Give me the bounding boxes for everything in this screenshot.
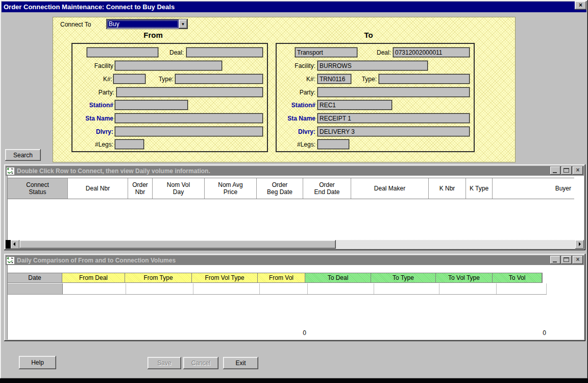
to-sta-name-field[interactable]: RECEIPT 1 (317, 113, 470, 123)
to-deal-field[interactable]: 07312002000011 (393, 47, 470, 57)
column-header-to-type: To Type (371, 273, 436, 282)
screen: Order Connection Maintenance: Connect to… (0, 0, 588, 383)
column-header-from-vol: From Vol (257, 273, 305, 282)
save-button: Save (148, 357, 181, 369)
orders-window: Double Click Row to Connect, then view D… (4, 164, 585, 250)
from-sta-name-field[interactable] (115, 113, 263, 123)
screen-bottom-edge (0, 379, 588, 383)
connect-to-label: Connect To (60, 20, 104, 29)
scroll-right-icon (579, 242, 581, 246)
from-party-field[interactable] (116, 87, 263, 97)
to-party-field[interactable] (317, 87, 470, 97)
chevron-down-icon: ▼ (181, 22, 185, 27)
close-icon: × (573, 256, 583, 264)
row-cell-to-vol-type (439, 283, 497, 294)
to-type-field[interactable]: Transport (295, 47, 357, 57)
from-deal-field[interactable] (186, 47, 263, 57)
from-k-label: K#: (96, 75, 112, 83)
dropdown-arrow-button[interactable]: ▼ (179, 19, 187, 29)
from-k-field[interactable] (113, 74, 145, 84)
grid-window-icon (6, 167, 15, 175)
from-ktype-field[interactable] (175, 74, 263, 84)
close-button[interactable]: × (575, 1, 586, 10)
to-deal-label: Deal: (365, 49, 391, 57)
orders-maximize-button[interactable] (561, 166, 572, 175)
from-legs-label: #Legs: (87, 140, 113, 149)
from-sta-name-label: Sta Name (77, 114, 113, 123)
daily-close-button[interactable]: × (573, 256, 583, 264)
column-header-k-nbr: K Nbr (429, 178, 466, 199)
from-legs-field[interactable] (115, 139, 144, 149)
daily-minimize-button[interactable] (550, 256, 560, 264)
column-header-to-deal: To Deal (305, 273, 371, 282)
to-legs-field[interactable] (317, 139, 349, 149)
to-facility-field[interactable]: BURROWS (317, 61, 428, 70)
from-station-field[interactable] (115, 100, 188, 110)
help-button[interactable]: Help (19, 356, 56, 369)
from-dlvry-field[interactable] (115, 127, 263, 136)
from-heading: From (128, 31, 179, 39)
daily-window: Daily Comparison of From and to Connecti… (4, 254, 585, 341)
to-ktype-field[interactable] (379, 74, 470, 84)
orders-titlebar[interactable]: Double Click Row to Connect, then view D… (6, 166, 584, 176)
to-sta-name-label: Sta Name (279, 114, 315, 123)
orders-minimize-button[interactable] (550, 166, 560, 175)
scroll-left-icon (13, 242, 15, 246)
row-cell-from-type (126, 283, 193, 294)
row-cell-from-deal (63, 283, 126, 294)
scroll-right-button[interactable] (575, 240, 584, 249)
to-party-label: Party: (291, 88, 315, 97)
row-cell-from-vol-type (193, 283, 260, 294)
maximize-icon (564, 257, 569, 262)
to-vol-total: 0 (526, 329, 546, 337)
from-party-label: Party: (90, 88, 114, 97)
search-button[interactable]: Search (5, 149, 41, 161)
column-header-order-nbr: Order Nbr (128, 178, 153, 199)
column-header-connect-status: Connect Status (8, 178, 68, 199)
orders-horizontal-scrollbar[interactable] (6, 240, 584, 249)
to-dlvry-field[interactable]: DELIVERY 3 (317, 127, 470, 136)
minimize-icon (553, 172, 557, 173)
daily-title: Daily Comparison of From and to Connecti… (15, 257, 176, 264)
column-header-deal-nbr: Deal Nbr (68, 178, 128, 199)
column-header-order-beg-date: Order Beg Date (257, 178, 303, 199)
from-facility-field[interactable] (115, 61, 222, 70)
connect-to-dropdown[interactable]: Buy ▼ (106, 19, 188, 29)
column-header-nom-avg-price: Nom Avg Price (205, 178, 257, 199)
from-facility-label: Facility (86, 62, 113, 70)
orders-close-button[interactable]: × (573, 166, 583, 175)
to-legs-label: #Legs: (289, 140, 315, 149)
daily-maximize-button[interactable] (561, 256, 572, 264)
column-splitter-handle[interactable] (6, 240, 11, 249)
column-header-date: Date (7, 273, 62, 282)
column-header-order-end-date: Order End Date (303, 178, 351, 199)
row-cell-to-vol (497, 283, 547, 294)
to-k-label: K#: (299, 75, 315, 83)
row-cell-to-type (374, 283, 439, 294)
daily-empty-row[interactable] (8, 283, 547, 295)
main-window: Order Connection Maintenance: Connect to… (0, 0, 588, 379)
cancel-button: Cancel (183, 357, 218, 369)
daily-header-row: Date From Deal From Type From Vol Type F… (8, 273, 543, 283)
to-facility-label: Facility: (285, 62, 315, 70)
to-station-field[interactable]: REC1 (317, 100, 392, 110)
to-k-field[interactable]: TRN0116 (317, 74, 351, 84)
maximize-icon (564, 168, 569, 173)
row-cell-to-deal (308, 283, 374, 294)
to-station-label: Station# (282, 101, 315, 109)
column-header-to-vol-type: To Vol Type (435, 273, 493, 282)
row-cell-from-vol (260, 283, 308, 294)
from-type-field[interactable] (87, 47, 158, 57)
scroll-left-button[interactable] (11, 240, 19, 249)
scrollbar-thumb[interactable] (19, 240, 336, 249)
daily-titlebar[interactable]: Daily Comparison of From and to Connecti… (6, 255, 584, 265)
column-header-nom-vol-day: Nom Vol Day (153, 178, 205, 199)
from-ktype-label: Type: (150, 75, 174, 83)
exit-button[interactable]: Exit (223, 357, 258, 369)
main-titlebar[interactable]: Order Connection Maintenance: Connect to… (2, 2, 586, 12)
column-header-buyer: Buyer (493, 178, 574, 199)
column-header-k-type: K Type (466, 178, 493, 199)
column-header-deal-maker: Deal Maker (351, 178, 429, 199)
minimize-icon (553, 261, 557, 262)
from-station-label: Station# (80, 101, 113, 109)
